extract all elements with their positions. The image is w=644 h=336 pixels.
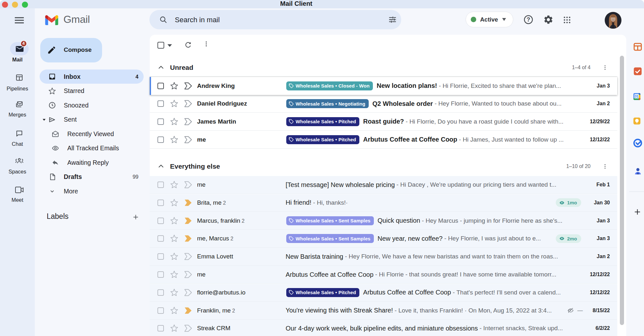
svg-text:?: ?: [527, 16, 530, 23]
svg-text:31: 31: [635, 95, 639, 98]
